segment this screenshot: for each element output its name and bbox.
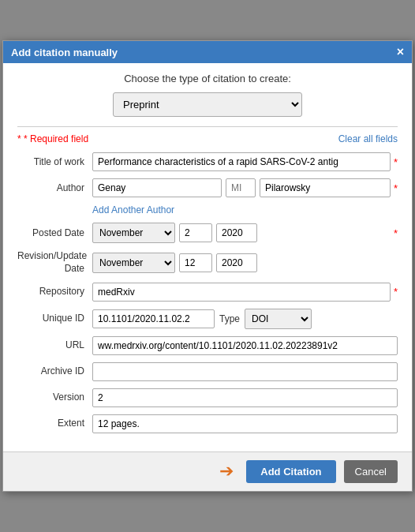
version-field [92, 388, 398, 407]
archive-id-label: Archive ID [17, 365, 92, 378]
unique-id-inputs: Type DOI ISBN ISSN PMID [92, 309, 398, 329]
repository-required-star: * [394, 286, 398, 298]
version-input[interactable] [92, 388, 398, 407]
posted-date-field: JanuaryFebruaryMarch AprilMayJune JulyAu… [92, 223, 398, 243]
author-required-star: * [394, 182, 398, 194]
title-label: Title of work [17, 156, 92, 169]
unique-id-label: Unique ID [17, 313, 92, 325]
revision-day-input[interactable] [179, 253, 212, 272]
revision-date-row: Revision/Update Date JanuaryFebruaryMarc… [17, 250, 398, 275]
author-field: * [92, 178, 398, 197]
divider [17, 126, 398, 127]
dialog-title: Add citation manually [11, 47, 118, 58]
repository-field: * [92, 283, 398, 302]
author-row: Author * [17, 178, 398, 197]
extent-row: Extent [17, 414, 398, 433]
title-field: * [92, 152, 398, 171]
title-required-star: * [394, 156, 398, 168]
revision-year-input[interactable] [216, 253, 257, 272]
author-last-input[interactable] [260, 178, 391, 197]
url-input[interactable] [92, 336, 398, 355]
author-label: Author [17, 182, 92, 195]
unique-id-row: Unique ID Type DOI ISBN ISSN PMID [17, 309, 398, 329]
type-small-label: Type [219, 313, 240, 324]
add-citation-button[interactable]: Add Citation [246, 460, 335, 483]
posted-day-input[interactable] [179, 223, 212, 242]
author-mi-input[interactable] [226, 178, 256, 197]
repository-label: Repository [17, 286, 92, 298]
type-select-wrapper: Preprint Book Journal Article Web Page [17, 92, 398, 117]
required-note: * * Required field [17, 133, 88, 144]
extent-label: Extent [17, 418, 92, 430]
clear-fields-link[interactable]: Clear all fields [338, 133, 398, 144]
title-row: Title of work * [17, 152, 398, 171]
unique-id-type-select[interactable]: DOI ISBN ISSN PMID [245, 309, 312, 329]
archive-id-row: Archive ID [17, 362, 398, 381]
url-field [92, 336, 398, 355]
extent-input[interactable] [92, 414, 398, 433]
dialog-footer: ➔ Add Citation Cancel [3, 451, 412, 491]
revision-date-field: JanuaryFebruaryMarch AprilMayJune JulyAu… [92, 253, 398, 273]
author-first-input[interactable] [92, 178, 222, 197]
add-another-author-link[interactable]: Add Another Author [92, 204, 398, 215]
archive-id-field [92, 362, 398, 381]
posted-date-label: Posted Date [17, 227, 92, 240]
citation-type-select[interactable]: Preprint Book Journal Article Web Page [113, 92, 302, 117]
revision-month-select[interactable]: JanuaryFebruaryMarch AprilMayJune JulyAu… [92, 253, 175, 273]
cancel-button[interactable]: Cancel [344, 460, 398, 483]
version-label: Version [17, 392, 92, 404]
archive-id-input[interactable] [92, 362, 398, 381]
repository-row: Repository * [17, 283, 398, 302]
posted-year-input[interactable] [216, 223, 257, 242]
unique-id-input[interactable] [92, 309, 215, 328]
author-inputs [92, 178, 391, 197]
close-button[interactable]: × [397, 46, 404, 58]
extent-field [92, 414, 398, 433]
arrow-icon: ➔ [219, 461, 234, 481]
meta-row: * * Required field Clear all fields [17, 133, 398, 144]
choose-type-label: Choose the type of citation to create: [17, 73, 398, 84]
posted-date-row: Posted Date JanuaryFebruaryMarch AprilMa… [17, 223, 398, 243]
add-citation-dialog: Add citation manually × Choose the type … [2, 40, 413, 491]
repository-input[interactable] [92, 283, 391, 302]
posted-date-inputs: JanuaryFebruaryMarch AprilMayJune JulyAu… [92, 223, 391, 243]
dialog-body: Choose the type of citation to create: P… [3, 63, 412, 451]
unique-id-field: Type DOI ISBN ISSN PMID [92, 309, 398, 329]
url-label: URL [17, 339, 92, 352]
version-row: Version [17, 388, 398, 407]
url-row: URL [17, 336, 398, 355]
revision-date-inputs: JanuaryFebruaryMarch AprilMayJune JulyAu… [92, 253, 398, 273]
posted-month-select[interactable]: JanuaryFebruaryMarch AprilMayJune JulyAu… [92, 223, 175, 243]
posted-date-required-star: * [394, 227, 398, 239]
dialog-titlebar: Add citation manually × [3, 41, 412, 63]
title-input[interactable] [92, 152, 391, 171]
revision-date-label: Revision/Update Date [17, 250, 92, 275]
